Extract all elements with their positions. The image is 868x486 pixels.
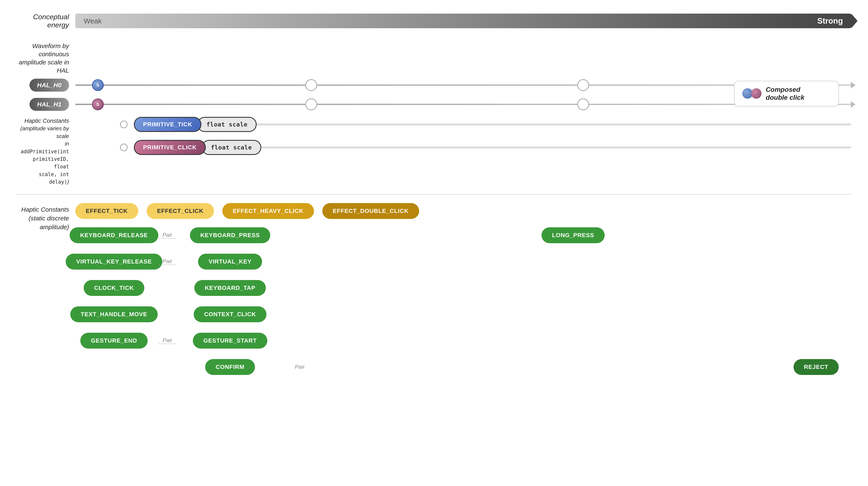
hal-h0-s-label: S xyxy=(96,83,99,88)
legend-purple-dot xyxy=(751,88,762,99)
primitive-click-row: PRIMITIVE_CLICK float scale xyxy=(75,140,851,155)
primitive-tick-pill-right: float scale xyxy=(197,117,257,132)
confirm-col: CONFIRM xyxy=(182,359,278,375)
keyboard-press-button[interactable]: KEYBOARD_PRESS xyxy=(190,227,271,243)
gesture-pair-line xyxy=(159,344,176,344)
primitive-click-circle xyxy=(120,144,128,151)
confirm-reject-row: CONFIRM Pair REJECT xyxy=(75,359,851,375)
effect-tick-button[interactable]: EFFECT_TICK xyxy=(75,203,138,219)
bottom-grid: EFFECT_TICK EFFECT_CLICK EFFECT_HEAVY_CL… xyxy=(75,203,851,377)
keyboard-tap-col: KEYBOARD_TAP xyxy=(182,280,278,296)
confirm-reject-rest: Pair REJECT xyxy=(282,359,851,375)
keyboard-row: KEYBOARD_RELEASE Pair KEYBOARD_PRESS LON… xyxy=(75,227,851,243)
hal-h1-pill: HAL_H1 xyxy=(30,98,69,111)
gesture-start-col: GESTURE_START xyxy=(182,333,278,349)
effect-click-button[interactable]: EFFECT_CLICK xyxy=(147,203,214,219)
primitive-click-track: PRIMITIVE_CLICK float scale xyxy=(134,140,851,155)
effect-double-click-button[interactable]: EFFECT_DOUBLE_CLICK xyxy=(322,203,419,219)
virtual-key-release-button[interactable]: VIRTUAL_KEY_RELEASE xyxy=(66,254,162,269)
hal-h0-start-dot[interactable]: S xyxy=(92,79,104,91)
hal-h0-label-area: HAL_H0 xyxy=(17,78,75,92)
haptic-constants-header: Haptic Constants (amplitude varies by sc… xyxy=(17,117,851,186)
legend-text: Composeddouble click xyxy=(766,86,804,102)
hal-h1-start-dot[interactable]: S xyxy=(92,98,104,110)
keyboard-tap-button[interactable]: KEYBOARD_TAP xyxy=(194,280,266,296)
reject-button[interactable]: REJECT xyxy=(794,359,839,375)
context-click-button[interactable]: CONTEXT_CLICK xyxy=(194,306,267,322)
section-divider xyxy=(17,194,851,195)
waveform-label-row: Waveform by continuousamplitude scale in… xyxy=(17,42,851,74)
waveform-section-label: Waveform by continuousamplitude scale in… xyxy=(17,42,75,74)
virtual-key-pair-connector: Pair xyxy=(157,258,178,265)
text-handle-move-col: TEXT_HANDLE_MOVE xyxy=(75,306,153,322)
effect-heavy-click-button[interactable]: EFFECT_HEAVY_CLICK xyxy=(222,203,314,219)
virtual-key-button[interactable]: VIRTUAL_KEY xyxy=(198,254,262,269)
energy-strong-label: Strong xyxy=(817,17,843,26)
primitive-tick-circle xyxy=(120,121,128,128)
keyboard-pair-label: Pair xyxy=(162,232,172,238)
confirm-button[interactable]: CONFIRM xyxy=(205,359,255,375)
hal-h0-end-dot[interactable] xyxy=(577,79,589,91)
keyboard-pair-connector: Pair xyxy=(157,232,178,238)
energy-weak-label: Weak xyxy=(84,17,102,25)
confirm-pair-label: Pair xyxy=(295,364,305,370)
context-click-col: CONTEXT_CLICK xyxy=(182,306,278,322)
gesture-pair-label: Pair xyxy=(162,337,172,344)
clock-tap-row: CLOCK_TICK KEYBOARD_TAP xyxy=(75,280,851,296)
gesture-end-button[interactable]: GESTURE_END xyxy=(80,333,148,349)
waveform-label-text: Waveform by continuousamplitude scale in… xyxy=(17,42,69,74)
primitive-click-pill-compound: PRIMITIVE_CLICK float scale xyxy=(134,140,261,155)
keyboard-release-button[interactable]: KEYBOARD_RELEASE xyxy=(70,227,158,243)
energy-bar: Weak Strong xyxy=(75,13,851,28)
composed-legend: Composeddouble click xyxy=(734,81,839,106)
bottom-label-area: Haptic Constants(static discreteamplitud… xyxy=(17,203,75,377)
hal-h1-end-dot[interactable] xyxy=(577,98,589,110)
primitive-tick-label-area xyxy=(75,121,134,128)
page-container: Conceptual energy Weak Strong Waveform b… xyxy=(0,0,868,486)
haptic-primitives-area: PRIMITIVE_TICK float scale PRIMITIVE_CLI… xyxy=(75,117,851,161)
keyboard-release-col: KEYBOARD_RELEASE xyxy=(75,227,153,243)
gesture-end-col: GESTURE_END xyxy=(75,333,153,349)
haptic-constants-label: Haptic Constants (amplitude varies by sc… xyxy=(17,117,75,186)
energy-bar-container: Weak Strong xyxy=(75,12,851,29)
gesture-pair-connector: Pair xyxy=(157,337,178,344)
primitive-click-label-area xyxy=(75,144,134,151)
reject-container: REJECT xyxy=(317,359,851,375)
primitive-tick-pill-left[interactable]: PRIMITIVE_TICK xyxy=(134,117,202,132)
hal-h1-s-label: S xyxy=(96,102,99,107)
gesture-row: GESTURE_END Pair GESTURE_START xyxy=(75,333,851,349)
effects-row: EFFECT_TICK EFFECT_CLICK EFFECT_HEAVY_CL… xyxy=(75,203,851,219)
keyboard-press-col: KEYBOARD_PRESS xyxy=(182,227,278,243)
hal-h0-mid-dot[interactable] xyxy=(305,79,317,91)
virtual-key-pair-line xyxy=(159,264,176,265)
keyboard-pair-line xyxy=(159,238,176,238)
legend-dots xyxy=(742,88,762,99)
long-press-col: LONG_PRESS xyxy=(282,227,851,243)
virtual-key-col: VIRTUAL_KEY xyxy=(182,254,278,269)
primitive-tick-track: PRIMITIVE_TICK float scale xyxy=(134,117,851,132)
clock-tick-col: CLOCK_TICK xyxy=(75,280,153,296)
energy-row: Conceptual energy Weak Strong xyxy=(17,12,851,29)
long-press-button[interactable]: LONG_PRESS xyxy=(541,227,604,243)
primitive-click-pill-right: float scale xyxy=(202,140,261,155)
hal-rows-container: HAL_H0 S HAL_H1 xyxy=(17,78,851,111)
hal-h1-label-area: HAL_H1 xyxy=(17,98,75,111)
hal-h1-mid-dot[interactable] xyxy=(305,98,317,110)
energy-label: Conceptual energy xyxy=(17,13,75,29)
virtual-key-row: VIRTUAL_KEY_RELEASE Pair VIRTUAL_KEY xyxy=(75,254,851,269)
primitive-tick-pill-compound: PRIMITIVE_TICK float scale xyxy=(134,117,257,132)
virtual-key-release-col: VIRTUAL_KEY_RELEASE xyxy=(75,254,153,269)
bottom-section: Haptic Constants(static discreteamplitud… xyxy=(17,203,851,377)
hal-h0-pill: HAL_H0 xyxy=(30,78,69,92)
primitive-tick-row: PRIMITIVE_TICK float scale xyxy=(75,117,851,132)
hal-h0-row: HAL_H0 S xyxy=(17,78,851,92)
text-handle-row: TEXT_HANDLE_MOVE CONTEXT_CLICK xyxy=(75,306,851,322)
text-handle-move-button[interactable]: TEXT_HANDLE_MOVE xyxy=(70,306,158,322)
bottom-section-label: Haptic Constants(static discreteamplitud… xyxy=(17,205,69,231)
gesture-start-button[interactable]: GESTURE_START xyxy=(193,333,267,349)
hal-h1-row: HAL_H1 S xyxy=(17,98,851,111)
primitive-click-pill-left[interactable]: PRIMITIVE_CLICK xyxy=(134,140,206,155)
clock-tick-button[interactable]: CLOCK_TICK xyxy=(84,280,144,296)
virtual-key-pair-label: Pair xyxy=(162,258,172,264)
